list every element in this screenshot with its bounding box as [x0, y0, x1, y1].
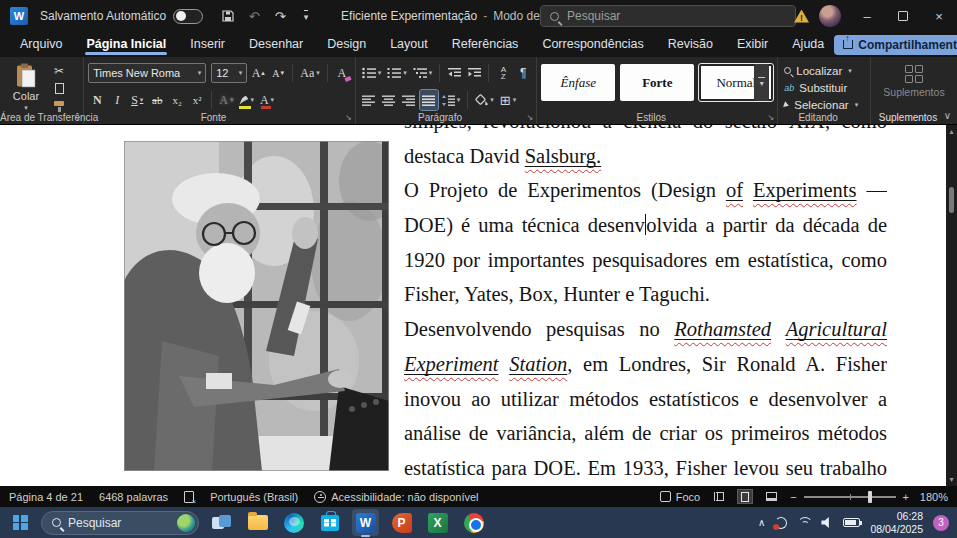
- document-photo-fisher[interactable]: [124, 141, 389, 471]
- scroll-up-icon[interactable]: ▴: [946, 127, 957, 136]
- collapse-ribbon-icon[interactable]: ∨: [944, 110, 951, 121]
- file-explorer-button[interactable]: [244, 509, 271, 536]
- task-view-button[interactable]: [208, 509, 235, 536]
- highlight-color-button[interactable]: ▾: [237, 90, 256, 110]
- minimize-button[interactable]: –: [849, 0, 885, 32]
- numbering-button[interactable]: ▾: [385, 63, 409, 83]
- style-card-forte[interactable]: Forte: [620, 64, 694, 101]
- notification-badge[interactable]: 3: [933, 515, 949, 531]
- page-indicator[interactable]: Página 4 de 21: [9, 491, 83, 503]
- dialog-launcher-icon[interactable]: ↘: [527, 113, 534, 122]
- copy-button[interactable]: [50, 81, 68, 96]
- word-taskbar-button[interactable]: W: [352, 509, 379, 536]
- scroll-down-icon[interactable]: ▾: [946, 475, 957, 484]
- tab-layout[interactable]: Layout: [380, 34, 438, 56]
- close-button[interactable]: ×: [921, 0, 957, 32]
- accessibility-status[interactable]: Acessibilidade: não disponível: [314, 491, 478, 503]
- subscript-button[interactable]: x₂: [168, 90, 186, 110]
- autosave-toggle[interactable]: [173, 9, 203, 24]
- shrink-font-button[interactable]: A▾: [269, 63, 287, 83]
- restore-button[interactable]: [885, 0, 921, 32]
- scrollbar-thumb[interactable]: [949, 187, 954, 213]
- wifi-icon[interactable]: [797, 517, 811, 528]
- save-button[interactable]: [215, 3, 241, 29]
- font-color-button[interactable]: A▾: [258, 90, 276, 110]
- edge-button[interactable]: [280, 509, 307, 536]
- sync-update-icon[interactable]: [775, 517, 787, 529]
- addins-button[interactable]: Suplementos: [875, 61, 953, 98]
- tab-arquivo[interactable]: Arquivo: [10, 34, 72, 56]
- font-name-select[interactable]: Times New Roma ▾: [88, 63, 206, 83]
- dialog-launcher-icon[interactable]: ↘: [768, 113, 775, 122]
- redo-button[interactable]: ↷: [267, 3, 293, 29]
- font-size-select[interactable]: 12 ▾: [211, 63, 247, 83]
- borders-button[interactable]: ⊞ ▾: [498, 90, 518, 110]
- battery-icon[interactable]: [843, 518, 860, 527]
- clear-formatting-button[interactable]: A: [333, 63, 351, 83]
- grow-font-button[interactable]: A▴: [249, 63, 267, 83]
- bold-button[interactable]: N: [88, 90, 106, 110]
- customize-quick-access-button[interactable]: ▾: [293, 3, 319, 29]
- document-page[interactable]: simples, revolucionou a ciência do sécul…: [0, 125, 957, 486]
- underline-button[interactable]: S▾: [128, 90, 146, 110]
- tab-desenhar[interactable]: Desenhar: [239, 34, 313, 56]
- line-spacing-button[interactable]: ▾: [440, 90, 463, 110]
- print-layout-button[interactable]: [738, 490, 752, 503]
- volume-icon[interactable]: [821, 517, 833, 528]
- superscript-button[interactable]: x²: [188, 90, 206, 110]
- text-effects-button[interactable]: A▾: [217, 90, 235, 110]
- strikethrough-button[interactable]: ab: [148, 90, 166, 110]
- paste-button[interactable]: Colar ▾: [4, 61, 48, 114]
- show-formatting-button[interactable]: ¶: [514, 63, 532, 83]
- zoom-slider[interactable]: [804, 496, 896, 498]
- word-count[interactable]: 6468 palavras: [99, 491, 168, 503]
- zoom-slider-thumb[interactable]: [868, 491, 872, 503]
- warning-icon[interactable]: [794, 10, 809, 23]
- bullets-button[interactable]: ▾: [360, 63, 384, 83]
- microsoft-store-button[interactable]: [316, 509, 343, 536]
- language-indicator[interactable]: Português (Brasil): [210, 491, 298, 503]
- replace-button[interactable]: ab Substituir: [782, 80, 866, 95]
- tab-referências[interactable]: Referências: [442, 34, 529, 56]
- vertical-scrollbar[interactable]: ▴ ▾: [946, 125, 957, 486]
- find-button[interactable]: Localizar ▾: [782, 63, 866, 78]
- tab-design[interactable]: Design: [317, 34, 376, 56]
- shading-button[interactable]: ▾: [473, 90, 496, 110]
- align-center-button[interactable]: [380, 90, 398, 110]
- change-case-button[interactable]: Aa▾: [298, 63, 322, 83]
- doc-text[interactable]: simples, revolucionou a ciência do sécul…: [404, 125, 887, 486]
- autosave-control[interactable]: Salvamento Automático: [40, 9, 203, 24]
- undo-button[interactable]: ↶: [241, 3, 267, 29]
- taskbar-search[interactable]: Pesquisar: [41, 511, 199, 535]
- tray-chevron-up-icon[interactable]: ∧: [758, 517, 765, 528]
- tab-página-inicial[interactable]: Página Inicial: [76, 34, 176, 56]
- dialog-launcher-icon[interactable]: ↘: [345, 113, 352, 122]
- dialog-launcher-icon[interactable]: ↘: [74, 113, 81, 122]
- user-avatar[interactable]: [819, 5, 841, 27]
- multilevel-list-button[interactable]: ▾: [411, 63, 435, 83]
- tab-revisão[interactable]: Revisão: [658, 34, 723, 56]
- focus-mode-button[interactable]: Foco: [660, 491, 700, 503]
- zoom-level[interactable]: 180%: [916, 491, 948, 503]
- taskbar-clock[interactable]: 06:28 08/04/2025: [870, 510, 923, 535]
- align-left-button[interactable]: [360, 90, 378, 110]
- decrease-indent-button[interactable]: [445, 63, 463, 83]
- web-layout-button[interactable]: [764, 490, 778, 503]
- tab-inserir[interactable]: Inserir: [180, 34, 235, 56]
- increase-indent-button[interactable]: [465, 63, 483, 83]
- style-card-ênfase[interactable]: Ênfase: [541, 64, 615, 101]
- proofing-status[interactable]: [184, 491, 194, 503]
- start-button[interactable]: [8, 511, 32, 535]
- cut-button[interactable]: ✂: [50, 63, 68, 78]
- justify-button[interactable]: [420, 90, 438, 110]
- align-right-button[interactable]: [400, 90, 418, 110]
- select-button[interactable]: Selecionar ▾: [782, 97, 866, 112]
- read-mode-button[interactable]: [712, 490, 726, 503]
- italic-button[interactable]: I: [108, 90, 126, 110]
- powerpoint-button[interactable]: P: [388, 509, 415, 536]
- zoom-in-button[interactable]: +: [903, 491, 909, 503]
- share-button[interactable]: Compartilhamento ▾: [834, 35, 957, 55]
- zoom-out-button[interactable]: −: [790, 491, 796, 503]
- tab-ajuda[interactable]: Ajuda: [782, 34, 834, 56]
- search-input[interactable]: Pesquisar: [540, 5, 796, 27]
